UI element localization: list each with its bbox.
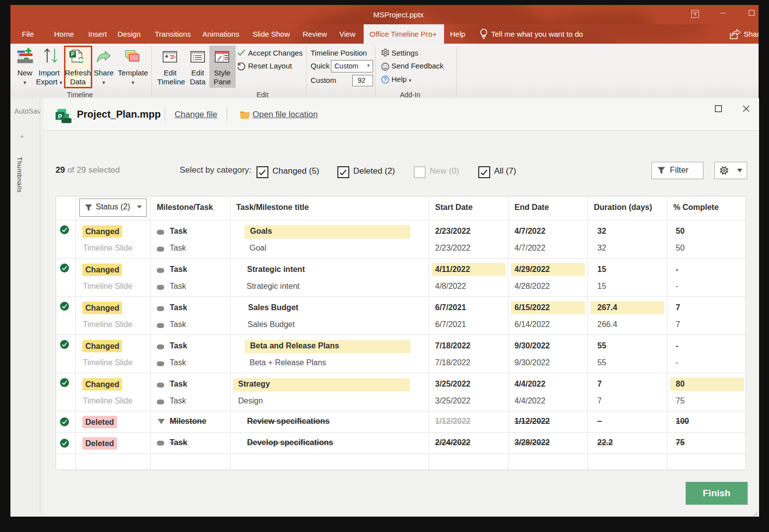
svg-text:?: ? bbox=[384, 77, 386, 82]
svg-text:P: P bbox=[71, 52, 74, 57]
svg-text:P: P bbox=[58, 113, 62, 120]
